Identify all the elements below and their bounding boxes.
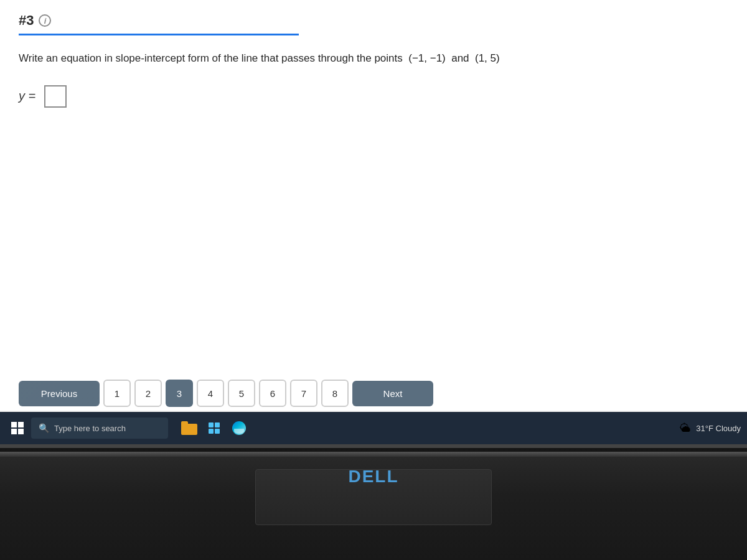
grid-icon [209, 422, 220, 434]
dell-logo: DELL [348, 467, 398, 487]
previous-button[interactable]: Previous [19, 381, 100, 406]
taskbar: 🔍 Type here to search [0, 412, 747, 444]
page-btn-2[interactable]: 2 [134, 380, 162, 407]
page-btn-1[interactable]: 1 [103, 380, 131, 407]
next-button[interactable]: Next [352, 381, 433, 406]
question-text: Write an equation in slope-intercept for… [19, 50, 728, 67]
answer-area: y = [19, 85, 728, 108]
edge-icon-btn[interactable] [228, 417, 250, 439]
taskbar-search-icon: 🔍 [39, 423, 49, 433]
weather-icon: 🌥 [680, 422, 691, 435]
page-btn-4[interactable]: 4 [197, 380, 224, 407]
answer-input-box[interactable] [44, 85, 67, 108]
page-btn-6[interactable]: 6 [259, 380, 286, 407]
win-sq-4 [18, 429, 24, 434]
nav-area: Previous 1 2 3 4 5 6 7 8 Next [19, 380, 433, 407]
info-icon[interactable]: i [39, 14, 51, 27]
win-sq-1 [11, 422, 17, 427]
weather-text: 31°F Cloudy [696, 424, 741, 433]
content-area: #3 i Write an equation in slope-intercep… [0, 0, 747, 411]
page-btn-8[interactable]: 8 [321, 380, 349, 407]
grid-icon-btn[interactable] [203, 417, 225, 439]
grid-sq-3 [209, 429, 214, 434]
grid-sq-1 [209, 422, 214, 427]
folder-icon-btn[interactable] [178, 417, 200, 439]
page-btn-7[interactable]: 7 [290, 380, 317, 407]
grid-sq-4 [215, 429, 220, 434]
taskbar-search[interactable]: 🔍 Type here to search [31, 418, 168, 439]
windows-icon [11, 422, 24, 434]
win-sq-2 [18, 422, 24, 427]
question-header: #3 i [19, 12, 299, 35]
edge-browser-icon [232, 421, 246, 435]
y-equals-label: y = [19, 89, 35, 103]
page-btn-5[interactable]: 5 [228, 380, 255, 407]
taskbar-right: 🌥 31°F Cloudy [680, 422, 741, 435]
start-button[interactable] [6, 417, 29, 439]
taskbar-search-text: Type here to search [54, 424, 126, 433]
win-sq-3 [11, 429, 17, 434]
screen: #3 i Write an equation in slope-intercep… [0, 0, 747, 448]
taskbar-icons [178, 417, 250, 439]
grid-sq-2 [215, 422, 220, 427]
question-number: #3 [19, 12, 34, 29]
page-btn-3[interactable]: 3 [166, 380, 193, 407]
laptop-outer: #3 i Write an equation in slope-intercep… [0, 0, 747, 560]
hinge-bar [0, 452, 747, 457]
